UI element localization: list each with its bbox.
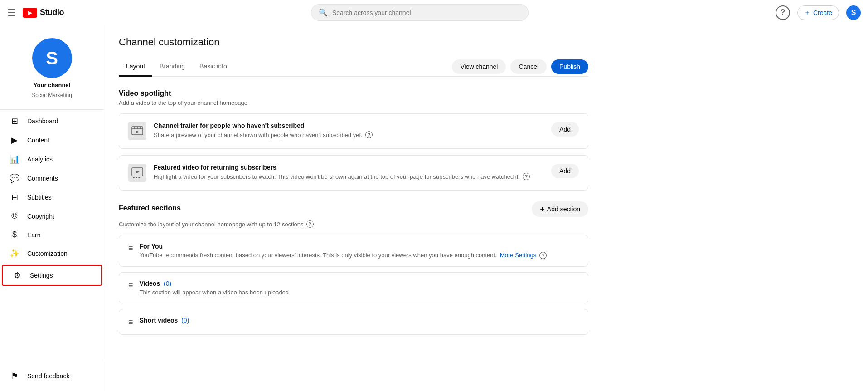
sidebar-item-comments[interactable]: 💬 Comments bbox=[0, 169, 104, 188]
sidebar-item-copyright[interactable]: © Copyright bbox=[0, 207, 104, 225]
cancel-button[interactable]: Cancel bbox=[510, 59, 547, 74]
help-circle-icon-4[interactable]: ? bbox=[539, 252, 547, 259]
sidebar-item-dashboard[interactable]: ⊞ Dashboard bbox=[0, 112, 104, 131]
sidebar-item-label: Content bbox=[27, 137, 49, 144]
channel-trailer-body: Channel trailer for people who haven't s… bbox=[154, 122, 544, 138]
channel-name: Your channel bbox=[34, 82, 70, 88]
analytics-icon: 📊 bbox=[9, 154, 20, 164]
search-input[interactable] bbox=[332, 9, 521, 16]
view-channel-button[interactable]: View channel bbox=[452, 59, 506, 74]
svg-marker-8 bbox=[136, 171, 140, 173]
create-button[interactable]: ＋ Create bbox=[797, 5, 839, 20]
for-you-title: For You bbox=[140, 243, 579, 250]
tab-actions: View channel Cancel Publish bbox=[452, 59, 588, 74]
channel-trailer-desc: Share a preview of your channel shown wi… bbox=[154, 131, 544, 138]
drag-handle-icon-3[interactable]: ≡ bbox=[128, 318, 133, 327]
topnav-left: ☰ Studio bbox=[7, 7, 64, 18]
featured-section-for-you: ≡ For You YouTube recommends fresh conte… bbox=[119, 235, 588, 267]
sidebar-item-subtitles[interactable]: ⊟ Subtitles bbox=[0, 188, 104, 207]
add-section-button[interactable]: + Add section bbox=[532, 201, 588, 217]
channel-info: S Your channel Social Marketing bbox=[0, 31, 104, 108]
video-spotlight-subtitle: Add a video to the top of your channel h… bbox=[119, 99, 588, 106]
featured-sections-subtitle: Customize the layout of your channel hom… bbox=[119, 220, 588, 228]
channel-trailer-title: Channel trailer for people who haven't s… bbox=[154, 122, 544, 129]
sidebar-item-label: Comments bbox=[27, 175, 58, 182]
short-videos-title: Short videos (0) bbox=[140, 317, 579, 324]
featured-video-add-button[interactable]: Add bbox=[551, 164, 579, 178]
content-area: Channel customization Layout Branding Ba… bbox=[104, 25, 603, 351]
help-circle-icon[interactable]: ? bbox=[365, 131, 373, 138]
drag-handle-icon-2[interactable]: ≡ bbox=[128, 281, 133, 290]
video-spotlight-title: Video spotlight bbox=[119, 89, 588, 98]
sidebar-item-label: Settings bbox=[30, 272, 53, 279]
tab-layout[interactable]: Layout bbox=[119, 57, 152, 77]
sidebar-item-label: Analytics bbox=[27, 156, 53, 163]
featured-item-body-3: Short videos (0) bbox=[140, 317, 579, 326]
search-icon: 🔍 bbox=[319, 8, 328, 17]
studio-label: Studio bbox=[40, 8, 64, 17]
tab-branding[interactable]: Branding bbox=[152, 57, 192, 77]
channel-trailer-card: Channel trailer for people who haven't s… bbox=[119, 113, 588, 149]
sidebar-item-earn[interactable]: $ Earn bbox=[0, 225, 104, 244]
for-you-desc: YouTube recommends fresh content based o… bbox=[140, 252, 579, 259]
featured-title-area: Featured sections bbox=[119, 204, 181, 214]
channel-subname: Social Marketing bbox=[32, 92, 72, 98]
channel-avatar[interactable]: S bbox=[32, 38, 72, 78]
tabs-row: Layout Branding Basic info View channel … bbox=[119, 57, 588, 77]
featured-video-body: Featured video for returning subscribers… bbox=[154, 164, 544, 180]
comments-icon: 💬 bbox=[9, 173, 20, 183]
copyright-icon: © bbox=[9, 211, 20, 221]
featured-section-short-videos: ≡ Short videos (0) bbox=[119, 309, 588, 335]
svg-rect-9 bbox=[133, 177, 135, 178]
more-settings-link[interactable]: More Settings bbox=[500, 252, 536, 259]
videos-title: Videos (0) bbox=[140, 280, 579, 287]
logo[interactable]: Studio bbox=[23, 8, 64, 18]
drag-handle-icon[interactable]: ≡ bbox=[128, 244, 133, 253]
sidebar-item-label: Dashboard bbox=[27, 117, 58, 125]
sidebar-divider-bottom bbox=[0, 361, 104, 361]
tab-basic-info[interactable]: Basic info bbox=[192, 57, 234, 77]
settings-icon: ⚙ bbox=[12, 270, 23, 280]
help-button[interactable]: ? bbox=[776, 5, 790, 20]
add-section-label: Add section bbox=[547, 205, 580, 213]
hamburger-icon[interactable]: ☰ bbox=[7, 7, 15, 18]
help-circle-icon-3[interactable]: ? bbox=[306, 220, 314, 228]
youtube-logo-icon bbox=[23, 8, 37, 18]
featured-sections-title: Featured sections bbox=[119, 204, 181, 212]
sidebar-item-label: Subtitles bbox=[27, 194, 52, 201]
channel-trailer-icon bbox=[128, 122, 146, 140]
sidebar-item-customization[interactable]: ✨ Customization bbox=[0, 244, 104, 263]
svg-rect-11 bbox=[138, 177, 140, 178]
topnav-center: 🔍 bbox=[64, 4, 776, 21]
channel-trailer-add: Add bbox=[551, 122, 579, 137]
plus-icon: + bbox=[540, 205, 544, 213]
featured-item-body: For You YouTube recommends fresh content… bbox=[140, 243, 579, 259]
featured-item-header: ≡ For You YouTube recommends fresh conte… bbox=[128, 243, 579, 259]
sidebar: S Your channel Social Marketing ⊞ Dashbo… bbox=[0, 25, 104, 391]
create-icon: ＋ bbox=[804, 9, 810, 17]
earn-icon: $ bbox=[9, 230, 20, 239]
topnav: ☰ Studio 🔍 ? ＋ Create S bbox=[0, 0, 868, 25]
send-feedback-icon: ⚑ bbox=[9, 371, 20, 381]
main-content: Channel customization Layout Branding Ba… bbox=[104, 25, 868, 391]
content-icon: ▶ bbox=[9, 135, 20, 145]
create-label: Create bbox=[813, 9, 832, 16]
svg-marker-6 bbox=[136, 131, 140, 133]
topnav-right: ? ＋ Create S bbox=[776, 5, 861, 20]
avatar[interactable]: S bbox=[846, 5, 861, 20]
sidebar-item-label: Earn bbox=[27, 231, 41, 239]
sidebar-item-label: Customization bbox=[27, 250, 68, 257]
channel-trailer-add-button[interactable]: Add bbox=[551, 122, 579, 137]
video-spotlight-section: Video spotlight Add a video to the top o… bbox=[119, 89, 588, 191]
featured-video-icon bbox=[128, 164, 146, 182]
sidebar-item-analytics[interactable]: 📊 Analytics bbox=[0, 150, 104, 169]
send-feedback-label: Send feedback bbox=[27, 372, 69, 380]
featured-section-videos: ≡ Videos (0) This section will appear wh… bbox=[119, 272, 588, 303]
sidebar-item-content[interactable]: ▶ Content bbox=[0, 131, 104, 150]
sidebar-item-settings[interactable]: ⚙ Settings bbox=[2, 265, 102, 286]
publish-button[interactable]: Publish bbox=[551, 59, 588, 74]
sidebar-item-send-feedback[interactable]: ⚑ Send feedback bbox=[0, 367, 104, 386]
featured-item-body-2: Videos (0) This section will appear when… bbox=[140, 280, 579, 296]
help-circle-icon-2[interactable]: ? bbox=[523, 173, 530, 180]
search-bar: 🔍 bbox=[311, 4, 529, 21]
